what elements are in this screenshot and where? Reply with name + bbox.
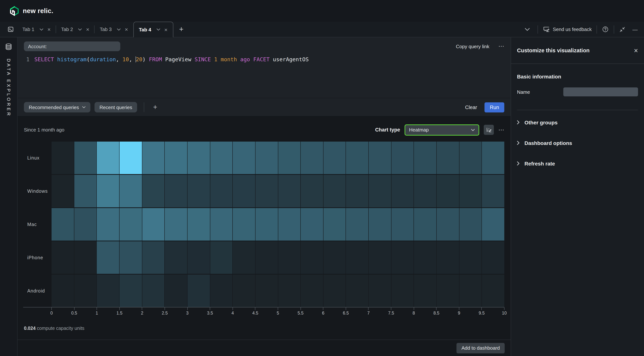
panel-section-dashboard-options[interactable]: Dashboard options — [517, 132, 638, 153]
heatmap-cell[interactable] — [324, 175, 346, 207]
heatmap-cell[interactable] — [97, 175, 119, 207]
account-picker[interactable]: Account: — [24, 42, 120, 51]
heatmap-cell[interactable] — [482, 241, 504, 274]
heatmap-cell[interactable] — [210, 142, 232, 174]
heatmap-cell[interactable] — [120, 175, 142, 207]
heatmap-cell[interactable] — [459, 241, 482, 274]
heatmap-cell[interactable] — [482, 142, 504, 174]
heatmap-cell[interactable] — [414, 208, 436, 240]
heatmap-cell[interactable] — [414, 241, 436, 274]
heatmap-cell[interactable] — [52, 274, 74, 307]
heatmap-cell[interactable] — [369, 142, 391, 174]
heatmap-cell[interactable] — [120, 208, 142, 240]
recent-queries-button[interactable]: Recent queries — [95, 102, 137, 112]
heatmap-cell[interactable] — [369, 208, 391, 240]
heatmap-cell[interactable] — [142, 274, 164, 307]
heatmap-cell[interactable] — [120, 241, 142, 274]
heatmap-cell[interactable] — [414, 142, 436, 174]
chevron-down-icon[interactable] — [40, 28, 43, 30]
heatmap-cell[interactable] — [97, 241, 119, 274]
heatmap-cell[interactable] — [120, 274, 142, 307]
heatmap-cell[interactable] — [188, 142, 210, 174]
chart-type-select[interactable]: Heatmap — [404, 124, 479, 136]
heatmap-cell[interactable] — [482, 274, 504, 307]
heatmap-cell[interactable] — [392, 175, 414, 207]
heatmap-cell[interactable] — [392, 274, 414, 307]
heatmap-cell[interactable] — [278, 175, 300, 207]
heatmap-cell[interactable] — [301, 142, 323, 174]
heatmap-cell[interactable] — [165, 274, 187, 307]
new-relic-logo[interactable]: new relic. — [9, 6, 54, 16]
heatmap-cell[interactable] — [324, 241, 346, 274]
heatmap-cell[interactable] — [459, 142, 482, 174]
heatmap-cell[interactable] — [459, 274, 482, 307]
heatmap-cell[interactable] — [165, 241, 187, 274]
heatmap-cell[interactable] — [52, 142, 74, 174]
tab-tab-4[interactable]: Tab 4× — [133, 22, 173, 37]
add-query-button[interactable]: + — [151, 103, 160, 111]
heatmap-cell[interactable] — [52, 241, 74, 274]
help-icon[interactable] — [602, 26, 609, 33]
heatmap-cell[interactable] — [210, 175, 232, 207]
heatmap-cell[interactable] — [278, 274, 300, 307]
close-icon[interactable]: × — [86, 26, 90, 32]
edit-chart-icon[interactable] — [484, 125, 494, 135]
heatmap-cell[interactable] — [97, 208, 119, 240]
heatmap-cell[interactable] — [278, 208, 300, 240]
heatmap-cell[interactable] — [74, 142, 96, 174]
heatmap-cell[interactable] — [97, 274, 119, 307]
close-icon[interactable]: × — [125, 26, 128, 32]
heatmap-cell[interactable] — [74, 274, 96, 307]
heatmap-cell[interactable] — [301, 208, 323, 240]
close-icon[interactable]: × — [634, 47, 638, 54]
heatmap-cell[interactable] — [437, 241, 459, 274]
heatmap-cell[interactable] — [414, 274, 436, 307]
heatmap-cell[interactable] — [346, 274, 368, 307]
heatmap-cell[interactable] — [392, 208, 414, 240]
heatmap-cell[interactable] — [52, 175, 74, 207]
heatmap-cell[interactable] — [142, 142, 164, 174]
chevron-down-icon[interactable] — [522, 28, 533, 31]
heatmap-cell[interactable] — [165, 175, 187, 207]
heatmap-cell[interactable] — [210, 208, 232, 240]
heatmap-cell[interactable] — [459, 175, 482, 207]
collapse-icon[interactable] — [619, 26, 626, 33]
data-explorer-rail[interactable]: DATA EXPLORER — [0, 37, 18, 356]
tab-tab-1[interactable]: Tab 1× — [17, 22, 56, 37]
visualization-name-input[interactable] — [563, 88, 638, 96]
add-to-dashboard-button[interactable]: Add to dashboard — [457, 343, 505, 353]
heatmap-cell[interactable] — [278, 241, 300, 274]
recommended-queries-button[interactable]: Recommended queries — [24, 102, 90, 112]
heatmap-cell[interactable] — [210, 241, 232, 274]
heatmap-cell[interactable] — [301, 274, 323, 307]
heatmap-cell[interactable] — [233, 274, 255, 307]
heatmap-cell[interactable] — [142, 175, 164, 207]
nrql-query-input[interactable]: 1 SELECT histogram(duration, 10, 20) FRO… — [24, 56, 504, 62]
heatmap-cell[interactable] — [210, 274, 232, 307]
close-icon[interactable]: × — [48, 26, 51, 32]
heatmap-cell[interactable] — [256, 175, 278, 207]
heatmap-cell[interactable] — [74, 241, 96, 274]
heatmap-cell[interactable] — [233, 142, 255, 174]
heatmap-cell[interactable] — [346, 241, 368, 274]
heatmap-cell[interactable] — [74, 208, 96, 240]
heatmap-cell[interactable] — [414, 175, 436, 207]
heatmap-cell[interactable] — [301, 175, 323, 207]
clear-button[interactable]: Clear — [465, 104, 477, 110]
heatmap-cell[interactable] — [392, 142, 414, 174]
heatmap-cell[interactable] — [324, 208, 346, 240]
query-more-options-icon[interactable]: ⋯ — [498, 43, 504, 49]
heatmap-cell[interactable] — [437, 175, 459, 207]
heatmap-cell[interactable] — [142, 208, 164, 240]
heatmap-cell[interactable] — [346, 208, 368, 240]
heatmap-cell[interactable] — [256, 208, 278, 240]
heatmap-cell[interactable] — [165, 142, 187, 174]
heatmap-cell[interactable] — [278, 142, 300, 174]
panel-section-other-groups[interactable]: Other groups — [517, 112, 638, 132]
heatmap-cell[interactable] — [459, 208, 482, 240]
heatmap-cell[interactable] — [256, 274, 278, 307]
copy-query-link-button[interactable]: Copy query link — [456, 44, 489, 49]
heatmap-cell[interactable] — [301, 241, 323, 274]
run-button[interactable]: Run — [484, 102, 504, 112]
heatmap-cell[interactable] — [346, 175, 368, 207]
